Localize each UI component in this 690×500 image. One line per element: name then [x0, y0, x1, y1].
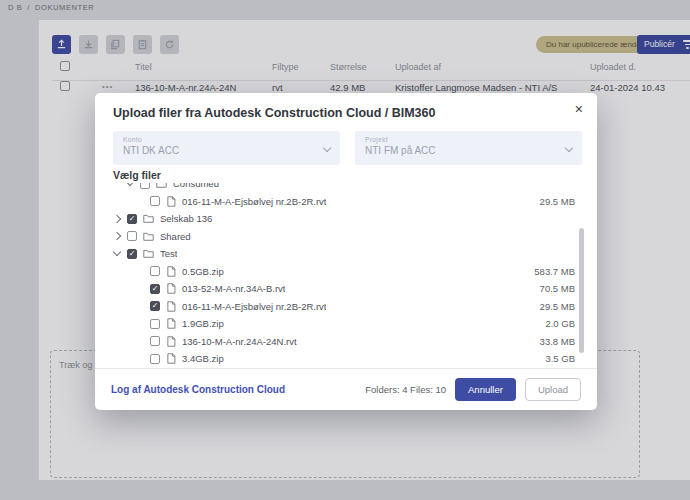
tree-scrollbar[interactable]	[579, 228, 584, 353]
choose-files-heading: Vælg filer	[113, 169, 161, 181]
tree-item-size: 2.0 GB	[545, 318, 575, 329]
file-icon	[166, 301, 176, 312]
tree-row-file[interactable]: ✓013-52-M-A-nr.34A-B.rvt70.5 MB	[105, 280, 587, 298]
tree-row-file[interactable]: ✓016-11-M-A-Ejsbølvej nr.2B-2R.rvt29.5 M…	[105, 298, 587, 316]
account-select-label: Konto	[123, 136, 330, 143]
tree-checkbox[interactable]	[150, 354, 160, 364]
tree-row-folder[interactable]: Shared	[105, 228, 587, 246]
chevron-down-icon[interactable]	[113, 248, 121, 256]
tree-item-name: Selskab 136	[160, 213, 212, 224]
folder-icon	[143, 248, 154, 259]
tree-checkbox[interactable]: ✓	[127, 214, 137, 224]
tree-item-size: 29.5 MB	[540, 196, 575, 207]
tree-item-size: 70.5 MB	[540, 283, 575, 294]
tree-row-file[interactable]: 016-11-M-A-Ejsbølvej nr.2B-2R.rvt29.5 MB	[105, 193, 587, 211]
tree-row-folder[interactable]: ✓Selskab 136	[105, 210, 587, 228]
project-select[interactable]: Projekt NTI FM på ACC	[355, 131, 582, 165]
tree-checkbox[interactable]	[127, 231, 137, 241]
tree-checkbox[interactable]	[150, 266, 160, 276]
modal-footer: Log af Autodesk Construction Cloud Folde…	[95, 368, 597, 410]
chevron-right-icon[interactable]	[113, 215, 121, 223]
tree-checkbox[interactable]	[150, 196, 160, 206]
tree-item-name: 016-11-M-A-Ejsbølvej nr.2B-2R.rvt	[182, 196, 326, 207]
chevron-right-icon[interactable]	[113, 232, 121, 240]
tree-item-name: Consumed	[173, 183, 219, 189]
folder-icon	[143, 213, 154, 224]
tree-checkbox[interactable]	[140, 183, 150, 189]
tree-item-name: 013-52-M-A-nr.34A-B.rvt	[182, 283, 285, 294]
file-icon	[166, 283, 176, 294]
file-icon	[166, 353, 176, 364]
tree-item-name: 3.4GB.zip	[182, 353, 224, 364]
tree-item-name: 136-10-M-A-nr.24A-24N.rvt	[182, 336, 297, 347]
tree-item-name: 1.9GB.zip	[182, 318, 224, 329]
upload-confirm-button[interactable]: Upload	[525, 378, 581, 401]
tree-checkbox[interactable]: ✓	[150, 301, 160, 311]
tree-item-size: 29.5 MB	[540, 301, 575, 312]
tree-row-file[interactable]: 136-10-M-A-nr.24A-24N.rvt33.8 MB	[105, 333, 587, 351]
tree-row-file[interactable]: 1.9GB.zip2.0 GB	[105, 315, 587, 333]
folder-icon	[156, 183, 167, 189]
chevron-down-icon[interactable]	[126, 183, 134, 186]
tree-item-size: 583.7 MB	[534, 266, 575, 277]
file-icon	[166, 318, 176, 329]
tree-row-file[interactable]: 3.4GB.zip3.5 GB	[105, 350, 587, 368]
account-select[interactable]: Konto NTI DK ACC	[113, 131, 340, 165]
tree-row-folder[interactable]: Consumed	[105, 183, 587, 193]
cancel-button[interactable]: Annuller	[455, 378, 516, 401]
project-select-value: NTI FM på ACC	[365, 145, 572, 156]
tree-item-size: 3.5 GB	[545, 353, 575, 364]
file-icon	[166, 336, 176, 347]
tree-checkbox[interactable]	[150, 336, 160, 346]
file-tree: Consumed016-11-M-A-Ejsbølvej nr.2B-2R.rv…	[105, 183, 587, 368]
tree-item-name: 016-11-M-A-Ejsbølvej nr.2B-2R.rvt	[182, 301, 326, 312]
account-select-value: NTI DK ACC	[123, 145, 330, 156]
folder-icon	[143, 231, 154, 242]
tree-row-file[interactable]: 0.5GB.zip583.7 MB	[105, 263, 587, 281]
project-select-label: Projekt	[365, 136, 572, 143]
tree-checkbox[interactable]: ✓	[127, 249, 137, 259]
tree-item-name: Test	[160, 248, 177, 259]
tree-checkbox[interactable]: ✓	[150, 284, 160, 294]
app-root: D B / DOKUMENTER Du har upublicerede ænd…	[0, 0, 690, 500]
tree-item-name: 0.5GB.zip	[182, 266, 224, 277]
close-icon[interactable]: ×	[575, 102, 583, 116]
log-out-acc-link[interactable]: Log af Autodesk Construction Cloud	[111, 384, 285, 395]
tree-row-folder[interactable]: ✓Test	[105, 245, 587, 263]
tree-item-name: Shared	[160, 231, 191, 242]
tree-checkbox[interactable]	[150, 319, 160, 329]
file-icon	[166, 266, 176, 277]
modal-title: Upload filer fra Autodesk Construction C…	[113, 106, 435, 120]
selection-counts: Folders: 4 Files: 10	[365, 384, 446, 395]
tree-item-size: 33.8 MB	[540, 336, 575, 347]
acc-upload-modal: Upload filer fra Autodesk Construction C…	[95, 93, 597, 410]
file-icon	[166, 196, 176, 207]
